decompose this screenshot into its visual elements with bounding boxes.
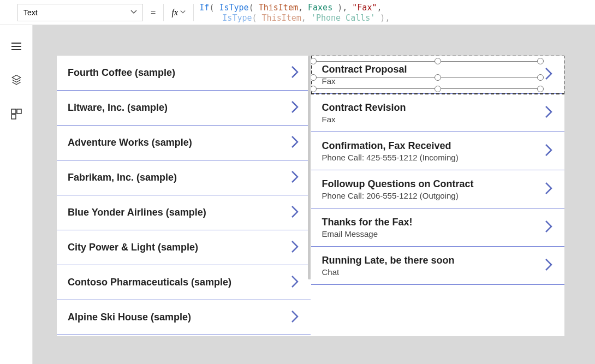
resize-handle[interactable] bbox=[435, 74, 441, 81]
formula-line-2: IsType( ThisItem, 'Phone Calls' ), bbox=[199, 13, 578, 24]
chevron-right-icon[interactable] bbox=[290, 274, 300, 291]
app-surface: Fourth Coffee (sample) Litware, Inc. (sa… bbox=[57, 56, 564, 336]
chevron-down-icon bbox=[180, 9, 186, 16]
chevron-right-icon[interactable] bbox=[544, 181, 554, 198]
item-subtitle: Fax bbox=[322, 115, 406, 124]
resize-handle[interactable] bbox=[537, 58, 544, 64]
equals-sign: = bbox=[148, 8, 158, 17]
resize-handle[interactable] bbox=[537, 74, 544, 81]
chevron-right-icon[interactable] bbox=[544, 257, 554, 275]
canvas[interactable]: Fourth Coffee (sample) Litware, Inc. (sa… bbox=[33, 25, 595, 364]
list-item[interactable]: Adventure Works (sample) bbox=[57, 126, 311, 160]
left-rail bbox=[0, 25, 33, 364]
property-select-value: Text bbox=[23, 8, 38, 17]
hamburger-icon[interactable] bbox=[10, 40, 22, 52]
item-title: Contract Revision bbox=[322, 102, 406, 114]
item-title: Fourth Coffee (sample) bbox=[68, 67, 175, 79]
item-title: Adventure Works (sample) bbox=[68, 137, 192, 148]
item-title: Litware, Inc. (sample) bbox=[68, 102, 168, 114]
list-item[interactable]: Litware, Inc. (sample) bbox=[57, 91, 311, 126]
list-item[interactable]: Followup Questions on Contract Phone Cal… bbox=[311, 170, 565, 208]
formula-input[interactable]: If( IsType( ThisItem, Faxes ), "Fax", Is… bbox=[199, 1, 578, 24]
item-title: Thanks for the Fax! bbox=[322, 217, 413, 228]
list-item[interactable]: Fourth Coffee (sample) bbox=[57, 56, 311, 91]
layers-icon[interactable] bbox=[10, 74, 22, 86]
chevron-right-icon[interactable] bbox=[290, 99, 300, 117]
resize-handle[interactable] bbox=[435, 86, 441, 92]
resize-handle[interactable] bbox=[537, 86, 544, 92]
chevron-right-icon[interactable] bbox=[544, 142, 554, 160]
chevron-right-icon[interactable] bbox=[290, 204, 300, 222]
svg-rect-0 bbox=[11, 109, 16, 114]
formula-bar: Text = fx If( IsType( ThisItem, Faxes ),… bbox=[0, 0, 595, 25]
list-item[interactable]: Fabrikam, Inc. (sample) bbox=[57, 160, 311, 195]
fx-button[interactable]: fx bbox=[163, 4, 194, 21]
chevron-right-icon[interactable] bbox=[290, 169, 300, 187]
activities-gallery[interactable]: Contract Proposal Fax Contract Revision … bbox=[311, 56, 565, 336]
chevron-right-icon[interactable] bbox=[544, 104, 554, 122]
list-item[interactable]: Thanks for the Fax! Email Message bbox=[311, 208, 565, 247]
resize-handle[interactable] bbox=[311, 86, 317, 92]
fx-label: fx bbox=[172, 8, 178, 17]
item-title: Followup Questions on Contract bbox=[322, 178, 474, 190]
list-item[interactable]: Contract Revision Fax bbox=[311, 94, 565, 132]
resize-handle[interactable] bbox=[311, 74, 317, 81]
chevron-down-icon bbox=[130, 8, 137, 17]
svg-rect-2 bbox=[11, 115, 16, 119]
item-title: Contract Proposal bbox=[322, 64, 407, 75]
item-title: Contoso Pharmaceuticals (sample) bbox=[68, 277, 231, 288]
list-item[interactable]: Confirmation, Fax Received Phone Call: 4… bbox=[311, 132, 565, 170]
item-title: Confirmation, Fax Received bbox=[322, 140, 459, 152]
chevron-right-icon[interactable] bbox=[544, 66, 554, 83]
resize-handle[interactable] bbox=[435, 58, 441, 64]
list-item[interactable]: Contoso Pharmaceuticals (sample) bbox=[57, 265, 311, 300]
chevron-right-icon[interactable] bbox=[290, 64, 300, 82]
item-subtitle: Email Message bbox=[322, 229, 413, 238]
item-title: Blue Yonder Airlines (sample) bbox=[68, 207, 206, 218]
item-title: Alpine Ski House (sample) bbox=[68, 312, 191, 323]
chevron-right-icon[interactable] bbox=[544, 219, 554, 236]
item-subtitle: Phone Call: 425-555-1212 (Incoming) bbox=[322, 153, 459, 162]
item-title: City Power & Light (sample) bbox=[68, 242, 198, 253]
svg-rect-1 bbox=[17, 109, 21, 114]
formula-line-1: If( IsType( ThisItem, Faxes ), "Fax", bbox=[199, 3, 578, 14]
chevron-right-icon[interactable] bbox=[290, 309, 300, 326]
list-item-selected[interactable]: Contract Proposal Fax bbox=[311, 56, 565, 94]
resize-handle[interactable] bbox=[311, 58, 317, 64]
components-icon[interactable] bbox=[10, 108, 22, 120]
list-item[interactable]: Blue Yonder Airlines (sample) bbox=[57, 195, 311, 230]
item-title: Fabrikam, Inc. (sample) bbox=[68, 172, 177, 183]
property-select[interactable]: Text bbox=[17, 4, 143, 21]
chevron-right-icon[interactable] bbox=[290, 239, 300, 256]
list-item[interactable]: Alpine Ski House (sample) bbox=[57, 300, 311, 335]
item-title: Running Late, be there soon bbox=[322, 255, 455, 266]
list-item[interactable]: City Power & Light (sample) bbox=[57, 230, 311, 265]
chevron-right-icon[interactable] bbox=[290, 134, 300, 152]
list-item[interactable]: Running Late, be there soon Chat bbox=[311, 247, 565, 285]
item-subtitle: Chat bbox=[322, 267, 455, 277]
item-subtitle: Phone Call: 206-555-1212 (Outgoing) bbox=[322, 191, 474, 200]
accounts-gallery[interactable]: Fourth Coffee (sample) Litware, Inc. (sa… bbox=[57, 56, 311, 336]
